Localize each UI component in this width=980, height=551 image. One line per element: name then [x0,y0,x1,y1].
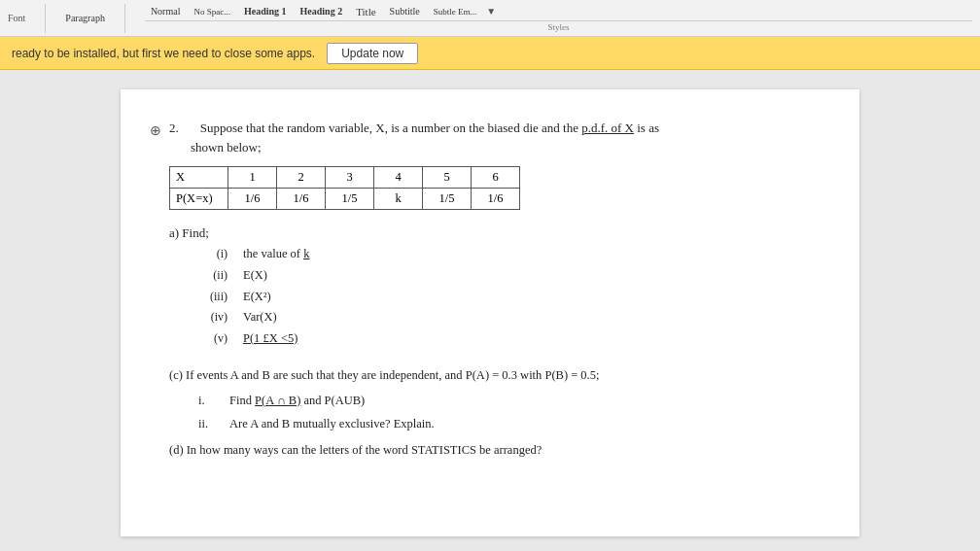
table-cell-px-label: P(X=x) [170,189,228,210]
part-c-ii-num: ii. [198,414,218,433]
ribbon-divider-2 [124,4,125,33]
table-cell-x-header: X [170,167,228,189]
style-no-spacing[interactable]: No Spac... [188,6,236,17]
question-2-number: 2. [169,119,179,138]
table-cell-p2: 1/6 [277,189,326,210]
style-normal[interactable]: Normal [145,5,187,17]
ribbon-divider-1 [45,4,46,33]
table-cell-5: 5 [423,167,472,189]
styles-area: Normal No Spac... Heading 1 Heading 2 Ti… [145,4,498,18]
font-label: Font [8,13,25,23]
paragraph-label: Paragraph [65,13,105,23]
paragraph-section: Paragraph [65,13,105,23]
part-a-ii-num: (ii) [198,266,228,285]
part-a-iii-text: E(X²) [243,288,271,306]
part-a-iii: (iii) E(X²) [198,288,811,306]
part-c-i: i. Find P(A ∩ B) and P(AUB) [198,391,811,410]
table-cell-p5: 1/5 [423,189,472,210]
styles-section-label: Styles [145,20,972,32]
part-a-iv-text: Var(X) [243,308,277,327]
pan-b-underline: P(A ∩ B) [255,394,300,407]
styles-section: Normal No Spac... Heading 1 Heading 2 Ti… [145,4,972,32]
table-data-row: P(X=x) 1/6 1/6 1/5 k 1/5 1/6 [170,189,520,210]
part-d-text: (d) In how many ways can the letters of … [169,443,542,457]
font-section: Font [8,13,25,23]
document-page: ⊕ 2. Suppose that the random variable, X… [121,89,859,536]
part-a-v: (v) P(1 £X <5) [198,329,811,348]
ribbon-toolbar: Font Paragraph Normal No Spac... Heading… [0,0,980,37]
styles-chevron-icon[interactable]: ▼ [484,4,498,18]
part-c-label: (c) If events A and B are such that they… [169,368,599,382]
table-cell-4: 4 [374,167,423,189]
update-now-button[interactable]: Update now [327,43,418,64]
style-subtitle[interactable]: Subtitle [384,5,426,17]
table-cell-6: 6 [472,167,520,189]
style-heading1[interactable]: Heading 1 [238,5,293,17]
part-a-iv-num: (iv) [198,308,228,327]
table-cell-2: 2 [277,167,326,189]
part-a-iii-num: (iii) [198,288,228,306]
part-a-ii-text: E(X) [243,266,267,285]
part-a-i-num: (i) [198,245,228,263]
part-a-i: (i) the value of k [198,245,811,263]
question-2-text: Suppose that the random variable, X, is … [191,121,659,155]
k-underline: k [303,247,309,260]
probability-table: X 1 2 3 4 5 6 P(X=x) 1/6 1/6 1/5 k 1/5 1… [169,166,520,210]
table-cell-p3: 1/5 [326,189,374,210]
document-area: ⊕ 2. Suppose that the random variable, X… [0,70,980,551]
question-2-header: ⊕ 2. Suppose that the random variable, X… [169,119,811,156]
notification-bar: ready to be installed, but first we need… [0,37,980,70]
part-a-v-underline: P(1 £X <5) [243,331,298,345]
part-c-i-text: Find P(A ∩ B) and P(AUB) [229,391,365,410]
notification-text: ready to be installed, but first we need… [12,47,315,60]
part-d: (d) In how many ways can the letters of … [169,443,811,458]
table-cell-p6: 1/6 [472,189,520,210]
part-a-v-num: (v) [198,329,228,348]
part-c-ii: ii. Are A and B mutually exclusive? Expl… [198,414,811,433]
style-heading2[interactable]: Heading 2 [295,5,349,17]
part-a-iv: (iv) Var(X) [198,308,811,327]
part-c-i-num: i. [198,391,218,410]
part-c: (c) If events A and B are such that they… [169,365,811,433]
table-cell-p1: 1/6 [228,189,277,210]
part-c-ii-text: Are A and B mutually exclusive? Explain. [229,414,435,433]
table-cell-pk: k [374,189,423,210]
part-a-i-text: the value of k [243,245,309,263]
table-header-row: X 1 2 3 4 5 6 [170,167,520,189]
part-a-label: a) Find; [169,225,811,241]
style-title[interactable]: Title [350,5,381,18]
pdf-underline-text: p.d.f. of X [581,121,634,135]
table-cell-1: 1 [228,167,277,189]
move-handle-icon[interactable]: ⊕ [150,121,161,141]
part-a-v-text: P(1 £X <5) [243,329,298,348]
part-a-ii: (ii) E(X) [198,266,811,285]
table-cell-3: 3 [326,167,374,189]
style-subtle-em[interactable]: Subtle Em... [428,6,483,17]
